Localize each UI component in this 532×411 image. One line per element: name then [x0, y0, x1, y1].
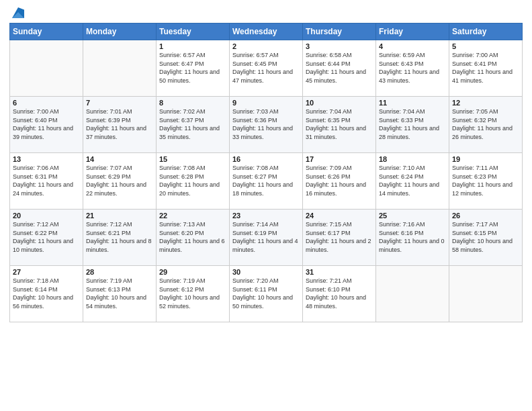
calendar-day-cell: 5Sunrise: 7:00 AMSunset: 6:41 PMDaylight… [449, 40, 523, 97]
calendar-day-cell: 18Sunrise: 7:10 AMSunset: 6:24 PMDayligh… [376, 153, 449, 210]
weekday-header: Sunday [10, 24, 83, 40]
day-number: 27 [13, 268, 80, 276]
calendar-day-cell: 10Sunrise: 7:04 AMSunset: 6:35 PMDayligh… [303, 97, 376, 153]
day-number: 19 [452, 155, 519, 163]
day-info-line: Daylight: 11 hours and 43 minutes. [379, 68, 446, 85]
day-info-line: Sunset: 6:43 PM [379, 60, 446, 68]
day-number: 21 [86, 212, 153, 220]
day-info-line: Daylight: 11 hours and 33 minutes. [232, 124, 300, 141]
day-info-line: Daylight: 11 hours and 18 minutes. [232, 181, 300, 197]
calendar-day-cell: 12Sunrise: 7:05 AMSunset: 6:32 PMDayligh… [449, 97, 523, 153]
day-info-line: Sunrise: 7:04 AM [306, 107, 373, 116]
day-info-line: Sunrise: 7:09 AM [306, 164, 373, 173]
day-info-line: Sunset: 6:21 PM [86, 229, 153, 238]
day-info-line: Sunrise: 7:05 AM [452, 107, 519, 116]
weekday-header: Monday [83, 24, 157, 40]
day-info-line: Daylight: 11 hours and 16 minutes. [306, 181, 373, 197]
day-number: 12 [452, 99, 519, 107]
day-info-line: Sunset: 6:11 PM [232, 285, 300, 294]
day-info-line: Daylight: 11 hours and 39 minutes. [13, 124, 80, 141]
day-info-line: Sunset: 6:26 PM [306, 173, 373, 181]
calendar-day-cell: 25Sunrise: 7:16 AMSunset: 6:16 PMDayligh… [376, 210, 449, 266]
day-number: 3 [306, 42, 373, 50]
day-info-line: Daylight: 11 hours and 10 minutes. [13, 237, 80, 254]
day-number: 5 [452, 42, 519, 50]
day-number: 8 [159, 99, 226, 107]
day-info-line: Sunrise: 7:03 AM [232, 107, 300, 116]
calendar-day-cell: 2Sunrise: 6:57 AMSunset: 6:45 PMDaylight… [230, 40, 303, 97]
calendar-day-cell: 17Sunrise: 7:09 AMSunset: 6:26 PMDayligh… [303, 153, 376, 210]
day-info-line: Daylight: 10 hours and 48 minutes. [306, 293, 373, 310]
day-number: 17 [306, 155, 373, 163]
day-info-line: Sunrise: 7:19 AM [159, 277, 226, 285]
day-info-line: Sunset: 6:16 PM [379, 229, 446, 238]
day-info-line: Daylight: 11 hours and 22 minutes. [86, 181, 153, 197]
day-number: 26 [452, 212, 519, 220]
calendar-day-cell: 21Sunrise: 7:12 AMSunset: 6:21 PMDayligh… [83, 210, 157, 266]
day-info-line: Daylight: 10 hours and 52 minutes. [159, 293, 226, 310]
day-number: 23 [232, 212, 300, 220]
day-info-line: Daylight: 11 hours and 28 minutes. [379, 124, 446, 141]
calendar-day-cell: 31Sunrise: 7:21 AMSunset: 6:10 PMDayligh… [303, 266, 376, 322]
calendar-day-cell: 29Sunrise: 7:19 AMSunset: 6:12 PMDayligh… [157, 266, 230, 322]
calendar-week-row: 20Sunrise: 7:12 AMSunset: 6:22 PMDayligh… [10, 210, 523, 266]
day-info-line: Daylight: 11 hours and 47 minutes. [232, 68, 300, 85]
day-info-line: Sunset: 6:36 PM [232, 116, 300, 125]
day-info-line: Daylight: 11 hours and 24 minutes. [13, 181, 80, 197]
day-info-line: Sunrise: 7:00 AM [452, 51, 519, 60]
day-info-line: Sunset: 6:13 PM [86, 285, 153, 294]
day-info-line: Sunset: 6:35 PM [306, 116, 373, 125]
day-info-line: Daylight: 10 hours and 50 minutes. [232, 293, 300, 310]
day-number: 1 [159, 42, 226, 50]
day-number: 22 [159, 212, 226, 220]
day-info-line: Daylight: 11 hours and 20 minutes. [159, 181, 226, 197]
calendar-header-row: SundayMondayTuesdayWednesdayThursdayFrid… [10, 24, 523, 40]
weekday-header: Thursday [303, 24, 376, 40]
day-info-line: Sunrise: 7:21 AM [306, 277, 373, 285]
calendar-week-row: 13Sunrise: 7:06 AMSunset: 6:31 PMDayligh… [10, 153, 523, 210]
day-info-line: Daylight: 11 hours and 8 minutes. [86, 237, 153, 254]
calendar-week-row: 1Sunrise: 6:57 AMSunset: 6:47 PMDaylight… [10, 40, 523, 97]
day-info-line: Sunset: 6:12 PM [159, 285, 226, 294]
calendar-day-cell: 27Sunrise: 7:18 AMSunset: 6:14 PMDayligh… [10, 266, 83, 322]
day-info-line: Daylight: 11 hours and 31 minutes. [306, 124, 373, 141]
day-info-line: Sunrise: 7:13 AM [159, 220, 226, 229]
day-number: 16 [232, 155, 300, 163]
day-info-line: Sunrise: 7:18 AM [13, 277, 80, 285]
day-info-line: Daylight: 11 hours and 50 minutes. [159, 68, 226, 85]
day-info-line: Sunset: 6:44 PM [306, 60, 373, 68]
day-info-line: Daylight: 11 hours and 35 minutes. [159, 124, 226, 141]
calendar-day-cell: 26Sunrise: 7:17 AMSunset: 6:15 PMDayligh… [449, 210, 523, 266]
day-info-line: Sunset: 6:39 PM [86, 116, 153, 125]
calendar-day-cell [449, 266, 523, 322]
day-info-line: Sunset: 6:22 PM [13, 229, 80, 238]
calendar-day-cell: 1Sunrise: 6:57 AMSunset: 6:47 PMDaylight… [157, 40, 230, 97]
day-info-line: Sunset: 6:24 PM [379, 173, 446, 181]
day-info-line: Sunrise: 6:57 AM [232, 51, 300, 60]
day-info-line: Sunrise: 6:59 AM [379, 51, 446, 60]
day-info-line: Sunrise: 7:00 AM [13, 107, 80, 116]
day-info-line: Sunset: 6:40 PM [13, 116, 80, 125]
day-number: 25 [379, 212, 446, 220]
day-info-line: Daylight: 11 hours and 4 minutes. [232, 237, 300, 254]
day-info-line: Sunrise: 7:16 AM [379, 220, 446, 229]
day-number: 9 [232, 99, 300, 107]
calendar-day-cell: 6Sunrise: 7:00 AMSunset: 6:40 PMDaylight… [10, 97, 83, 153]
day-info-line: Sunrise: 7:10 AM [379, 164, 446, 173]
day-info-line: Sunset: 6:29 PM [86, 173, 153, 181]
day-number: 20 [13, 212, 80, 220]
day-info-line: Sunset: 6:15 PM [452, 229, 519, 238]
day-info-line: Daylight: 10 hours and 54 minutes. [86, 293, 153, 310]
day-number: 4 [379, 42, 446, 50]
day-info-line: Sunrise: 6:57 AM [159, 51, 226, 60]
day-info-line: Sunrise: 7:12 AM [13, 220, 80, 229]
calendar-day-cell: 28Sunrise: 7:19 AMSunset: 6:13 PMDayligh… [83, 266, 157, 322]
day-info-line: Sunset: 6:41 PM [452, 60, 519, 68]
day-info-line: Daylight: 11 hours and 26 minutes. [452, 124, 519, 141]
day-info-line: Sunset: 6:23 PM [452, 173, 519, 181]
day-info-line: Sunrise: 7:08 AM [232, 164, 300, 173]
day-info-line: Sunset: 6:20 PM [159, 229, 226, 238]
day-info-line: Sunrise: 7:11 AM [452, 164, 519, 173]
day-info-line: Sunset: 6:45 PM [232, 60, 300, 68]
calendar-day-cell: 15Sunrise: 7:08 AMSunset: 6:28 PMDayligh… [157, 153, 230, 210]
